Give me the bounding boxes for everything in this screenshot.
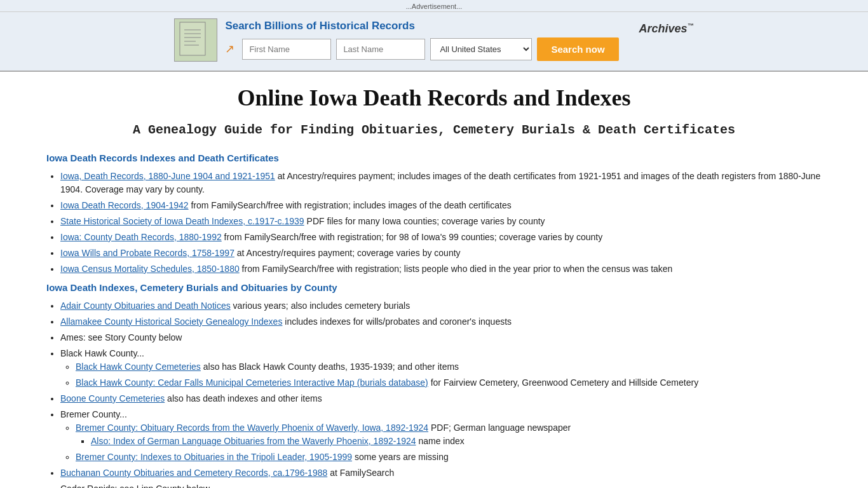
arrow-icon: ↗ [225, 42, 234, 56]
list-item-bremer: Bremer County... Bremer County: Obituary… [60, 408, 822, 464]
list-item: Iowa, Death Records, 1880-June 1904 and … [60, 170, 822, 196]
section2-list: Adair County Obituaries and Death Notice… [46, 299, 822, 488]
link-adair[interactable]: Adair County Obituaries and Death Notice… [60, 301, 231, 311]
bremer-sublist: Bremer County: Obituary Records from the… [60, 421, 822, 464]
list-item: Iowa Census Mortality Schedules, 1850-18… [60, 262, 822, 276]
link-buchanan[interactable]: Buchanan County Obituaries and Cemetery … [60, 468, 327, 478]
section2-heading: Iowa Death Indexes, Cemetery Burials and… [46, 282, 822, 293]
page-title: Online Iowa Death Records and Indexes [46, 85, 822, 111]
link-state-historical[interactable]: State Historical Society of Iowa Death I… [60, 216, 304, 226]
page-subtitle: A Genealogy Guide for Finding Obituaries… [46, 123, 822, 137]
link-black-hawk-cedar-falls[interactable]: Black Hawk County: Cedar Falls Municipal… [76, 377, 428, 388]
svg-rect-0 [180, 22, 205, 55]
list-item: Buchanan County Obituaries and Cemetery … [60, 466, 822, 480]
last-name-input[interactable] [336, 39, 425, 60]
list-item: Cedar Rapids: see Linn County below [60, 482, 822, 488]
link-black-hawk-cemeteries[interactable]: Black Hawk County Cemeteries [76, 362, 201, 372]
link-bremer-waverly[interactable]: Bremer County: Obituary Records from the… [76, 423, 428, 433]
list-item: Ames: see Story County below [60, 331, 822, 344]
section1-heading: Iowa Death Records Indexes and Death Cer… [46, 152, 822, 163]
document-thumbnail [174, 18, 217, 62]
list-item: Allamakee County Historical Society Gene… [60, 315, 822, 329]
link-iowa-county-death[interactable]: Iowa: County Death Records, 1880-1992 [60, 232, 222, 242]
section-county: Iowa Death Indexes, Cemetery Burials and… [46, 282, 822, 488]
widget-inputs: ↗ All United States Iowa Search now [225, 37, 618, 61]
list-item: Iowa Death Records, 1904-1942 from Famil… [60, 199, 822, 212]
list-item: State Historical Society of Iowa Death I… [60, 215, 822, 228]
bremer-waverly-sublist: Also: Index of German Language Obituarie… [76, 435, 822, 448]
widget-title: Search Billions of Historical Records [225, 20, 618, 32]
state-select[interactable]: All United States Iowa [430, 38, 532, 60]
link-iowa-wills[interactable]: Iowa Wills and Probate Records, 1758-199… [60, 248, 234, 258]
link-allamakee[interactable]: Allamakee County Historical Society Gene… [60, 316, 282, 327]
black-hawk-sublist: Black Hawk County Cemeteries also has Bl… [60, 360, 822, 390]
link-iowa-death-1904[interactable]: Iowa Death Records, 1904-1942 [60, 200, 189, 210]
section-death-records: Iowa Death Records Indexes and Death Cer… [46, 152, 822, 276]
list-item: Boone County Cemeteries also has death i… [60, 392, 822, 405]
link-bremer-tripoli[interactable]: Bremer County: Indexes to Obituaries in … [76, 452, 352, 462]
list-item: Also: Index of German Language Obituarie… [91, 435, 822, 448]
link-boone[interactable]: Boone County Cemeteries [60, 393, 165, 403]
archives-logo: Archives™ [639, 18, 694, 36]
list-item: Black Hawk County Cemeteries also has Bl… [76, 360, 822, 374]
widget-form: Search Billions of Historical Records ↗ … [225, 20, 618, 61]
list-item: Bremer County: Obituary Records from the… [76, 421, 822, 448]
list-item: Iowa: County Death Records, 1880-1992 fr… [60, 231, 822, 244]
link-iowa-death-1880[interactable]: Iowa, Death Records, 1880-June 1904 and … [60, 171, 275, 181]
search-button[interactable]: Search now [537, 37, 618, 61]
first-name-input[interactable] [242, 39, 331, 60]
list-item: Iowa Wills and Probate Records, 1758-199… [60, 247, 822, 260]
list-item: Adair County Obituaries and Death Notice… [60, 299, 822, 313]
link-bremer-waverly-index[interactable]: Also: Index of German Language Obituarie… [91, 436, 416, 446]
main-content: Online Iowa Death Records and Indexes A … [21, 72, 847, 488]
list-item: Bremer County: Indexes to Obituaries in … [76, 451, 822, 464]
list-item-black-hawk: Black Hawk County... Black Hawk County C… [60, 347, 822, 390]
section1-list: Iowa, Death Records, 1880-June 1904 and … [46, 170, 822, 276]
archives-widget: Search Billions of Historical Records ↗ … [0, 12, 868, 72]
ad-label: ...Advertisement... [406, 3, 463, 10]
list-item: Black Hawk County: Cedar Falls Municipal… [76, 376, 822, 390]
ad-banner: ...Advertisement... [0, 0, 868, 12]
link-iowa-census-mortality[interactable]: Iowa Census Mortality Schedules, 1850-18… [60, 264, 240, 274]
